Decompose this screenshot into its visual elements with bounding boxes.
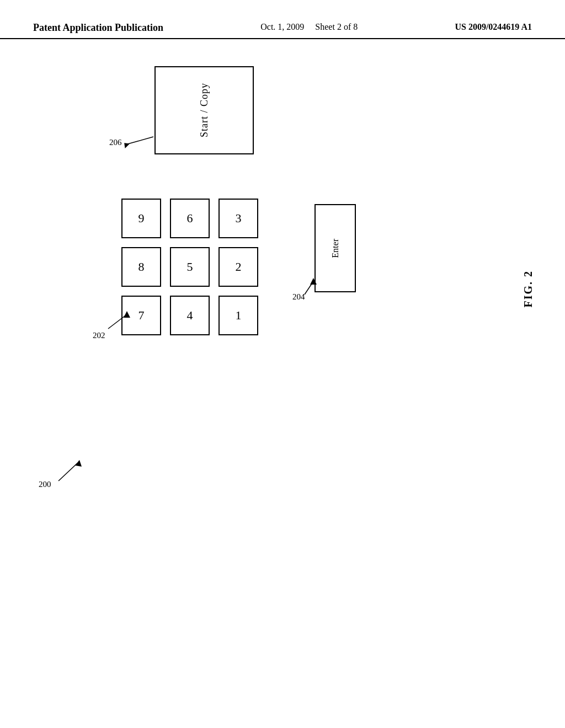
- key-3[interactable]: 3: [218, 199, 258, 238]
- svg-marker-7: [75, 460, 82, 467]
- key-6[interactable]: 6: [170, 199, 210, 238]
- ref-label-200: 200: [39, 480, 51, 489]
- ref-label-206: 206: [109, 138, 122, 147]
- ref-label-202: 202: [93, 331, 105, 340]
- key-7[interactable]: 7: [121, 296, 161, 335]
- key-1[interactable]: 1: [218, 296, 258, 335]
- figure-label: FIG. 2: [522, 270, 535, 308]
- header-center: Oct. 1, 2009 Sheet 2 of 8: [260, 22, 358, 32]
- keypad-grid: 9 6 3 8 5 2 7 4 1: [121, 199, 258, 344]
- sheet-info: Sheet 2 of 8: [315, 22, 358, 31]
- svg-line-6: [58, 463, 77, 481]
- patent-number: US 2009/0244619 A1: [455, 22, 532, 32]
- svg-line-4: [305, 281, 313, 295]
- svg-marker-1: [122, 141, 130, 148]
- key-9[interactable]: 9: [121, 199, 161, 238]
- svg-line-0: [126, 137, 153, 144]
- start-copy-label: Start / Copy: [199, 83, 210, 137]
- key-4[interactable]: 4: [170, 296, 210, 335]
- key-8[interactable]: 8: [121, 247, 161, 287]
- key-2[interactable]: 2: [218, 247, 258, 287]
- keypad-row-2: 8 5 2: [121, 247, 258, 287]
- key-5[interactable]: 5: [170, 247, 210, 287]
- ref-label-204: 204: [292, 292, 305, 302]
- page-header: Patent Application Publication Oct. 1, 2…: [0, 22, 565, 39]
- keypad-row-1: 9 6 3: [121, 199, 258, 238]
- diagram-arrows: [0, 0, 565, 728]
- publication-date: Oct. 1, 2009: [260, 22, 304, 31]
- enter-label: Enter: [331, 239, 340, 258]
- keypad-row-3: 7 4 1: [121, 296, 258, 335]
- publication-title: Patent Application Publication: [33, 22, 163, 34]
- start-copy-button[interactable]: Start / Copy: [154, 66, 254, 154]
- enter-button[interactable]: Enter: [315, 204, 356, 292]
